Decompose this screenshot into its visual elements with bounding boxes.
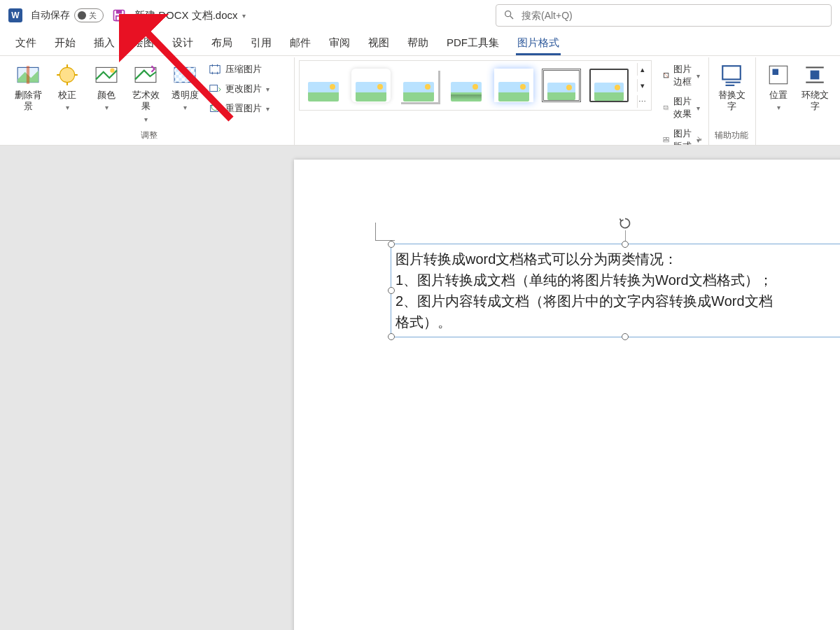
corrections-icon — [55, 63, 79, 87]
tab-file[interactable]: 文件 — [7, 32, 45, 55]
style-thumb-4[interactable] — [447, 69, 486, 102]
artistic-icon — [134, 63, 158, 87]
picture-effects-button[interactable]: 图片效果 ▾ — [660, 94, 703, 122]
paragraph-mark — [375, 223, 395, 241]
position-button[interactable]: 位置 ▾ — [760, 60, 797, 113]
resize-handle[interactable] — [388, 333, 395, 340]
alt-text-icon — [720, 63, 743, 87]
style-thumb-3[interactable] — [399, 69, 438, 102]
resize-handle[interactable] — [388, 287, 395, 294]
chevron-down-icon: ▾ — [105, 104, 108, 113]
svg-line-4 — [510, 16, 513, 19]
svg-point-3 — [505, 10, 511, 16]
tab-home[interactable]: 开始 — [46, 32, 84, 55]
wrap-text-button[interactable]: 环绕文字 — [799, 60, 830, 113]
chunk-adjust-label: 调整 — [10, 127, 288, 145]
image-text-line: 格式）。 — [396, 312, 840, 332]
resize-handle[interactable] — [622, 333, 629, 340]
styles-dialog-launcher-icon[interactable]: ↘ — [694, 133, 704, 143]
style-thumb-1[interactable] — [304, 69, 343, 102]
svg-rect-1 — [116, 10, 122, 14]
autosave-toggle[interactable]: 自动保存 关 — [31, 8, 104, 22]
gallery-down-icon[interactable]: ▾ — [637, 79, 647, 92]
search-box[interactable] — [496, 4, 832, 27]
tab-review[interactable]: 审阅 — [321, 32, 358, 55]
chevron-down-icon: ▾ — [242, 12, 246, 20]
layout-icon — [663, 134, 669, 146]
artistic-effects-button[interactable]: 艺术效果 ▾ — [127, 60, 164, 124]
picture-styles-gallery[interactable]: ▴ ▾ ⋯ — [299, 60, 652, 111]
svg-point-7 — [59, 67, 74, 82]
svg-rect-16 — [174, 67, 195, 82]
ribbon: 删除背景 校正 ▾ 颜色 ▾ 艺术效果 ▾ — [0, 56, 840, 146]
chunk-arrange: 位置 ▾ 环绕文字 — [755, 57, 834, 145]
tab-draw[interactable]: 绘图 — [125, 32, 162, 55]
picture-border-button[interactable]: 图片边框 ▾ — [660, 62, 703, 90]
chevron-down-icon: ▾ — [777, 104, 780, 113]
tab-insert[interactable]: 插入 — [85, 32, 123, 55]
tab-picture-format[interactable]: 图片格式 — [509, 32, 568, 55]
tab-pdf-tools[interactable]: PDF工具集 — [438, 32, 507, 55]
svg-rect-28 — [722, 66, 741, 79]
image-text-line: 2、图片内容转成文档（将图片中的文字内容转换成Word文档 — [396, 290, 840, 312]
reset-icon — [209, 102, 221, 115]
document-title[interactable]: 新建 DOCX 文档.docx ▾ — [134, 9, 246, 22]
border-icon — [663, 69, 669, 82]
tab-design[interactable]: 设计 — [164, 32, 202, 55]
selected-image-object[interactable]: 图片转换成word文档格式可以分为两类情况： 1、图片转换成文档（单纯的将图片转… — [391, 244, 840, 337]
page[interactable]: 图片转换成word文档格式可以分为两类情况： 1、图片转换成文档（单纯的将图片转… — [294, 160, 840, 630]
compress-icon — [209, 63, 221, 76]
svg-rect-33 — [811, 71, 820, 80]
svg-rect-2 — [116, 16, 122, 21]
tab-view[interactable]: 视图 — [360, 32, 398, 55]
gallery-more-icon[interactable]: ⋯ — [637, 95, 647, 108]
chevron-down-icon: ▾ — [266, 105, 270, 113]
tab-references[interactable]: 引用 — [242, 32, 280, 55]
gallery-up-icon[interactable]: ▴ — [637, 63, 647, 76]
chevron-down-icon: ▾ — [183, 104, 187, 113]
position-icon — [766, 63, 790, 87]
color-button[interactable]: 颜色 ▾ — [88, 60, 125, 113]
svg-rect-20 — [210, 85, 218, 92]
style-thumb-5[interactable] — [494, 69, 533, 102]
color-icon — [94, 63, 118, 87]
tab-help[interactable]: 帮助 — [399, 32, 437, 55]
chevron-down-icon: ▾ — [696, 72, 700, 80]
style-thumb-7[interactable] — [589, 69, 629, 102]
search-input[interactable] — [520, 9, 824, 22]
chevron-down-icon: ▾ — [266, 85, 270, 93]
svg-rect-26 — [666, 138, 668, 140]
reset-picture-button[interactable]: 重置图片 ▾ — [206, 101, 272, 116]
wrap-icon — [803, 63, 827, 87]
remove-background-button[interactable]: 删除背景 — [10, 60, 46, 113]
image-text-line: 1、图片转换成文档（单纯的将图片转换为Word文档格式）； — [396, 270, 840, 290]
svg-rect-6 — [27, 66, 29, 84]
alt-text-button[interactable]: 替换文字 — [713, 60, 750, 113]
change-picture-button[interactable]: 更改图片 ▾ — [206, 81, 272, 97]
chevron-down-icon: ▾ — [696, 104, 700, 112]
resize-handle[interactable] — [622, 241, 629, 248]
style-thumb-2[interactable] — [351, 69, 391, 102]
svg-rect-24 — [665, 107, 669, 111]
resize-handle[interactable] — [388, 241, 395, 248]
transparency-button[interactable]: 透明度 ▾ — [167, 60, 203, 113]
rotate-handle-icon[interactable] — [618, 216, 632, 230]
compress-picture-button[interactable]: 压缩图片 — [206, 62, 272, 77]
document-area[interactable]: 图片转换成word文档格式可以分为两类情况： 1、图片转换成文档（单纯的将图片转… — [0, 146, 840, 630]
chunk-adjust: 删除背景 校正 ▾ 颜色 ▾ 艺术效果 ▾ — [6, 57, 293, 145]
toggle-switch: 关 — [74, 8, 104, 22]
chevron-down-icon: ▾ — [66, 104, 69, 113]
gallery-scroll[interactable]: ▴ ▾ ⋯ — [637, 63, 647, 108]
corrections-button[interactable]: 校正 ▾ — [49, 60, 85, 113]
change-picture-icon — [209, 83, 221, 95]
svg-rect-27 — [664, 141, 668, 142]
effects-icon — [663, 102, 669, 114]
tab-layout[interactable]: 布局 — [203, 32, 241, 55]
tab-mail[interactable]: 邮件 — [281, 32, 319, 55]
titlebar: W 自动保存 关 新建 DOCX 文档.docx ▾ — [0, 0, 840, 31]
style-thumb-6[interactable] — [542, 69, 581, 102]
svg-rect-25 — [664, 138, 666, 140]
ribbon-tabs: 文件 开始 插入 绘图 设计 布局 引用 邮件 审阅 视图 帮助 PDF工具集 … — [0, 31, 840, 56]
save-icon[interactable] — [112, 8, 126, 22]
app-icon: W — [8, 8, 22, 22]
